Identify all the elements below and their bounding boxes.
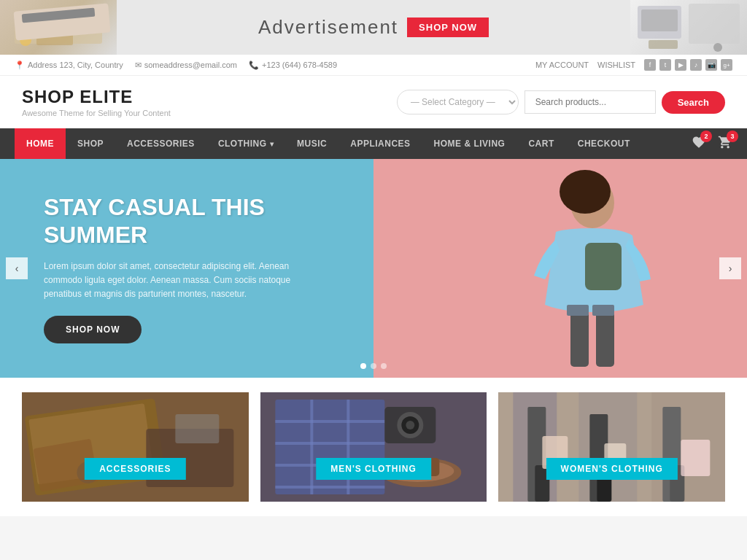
svg-rect-7 [689,4,740,44]
svg-rect-2 [22,23,66,26]
womens-bg [498,392,725,502]
accessories-label: ACCESSORIES [85,458,185,480]
nav-item-cart[interactable]: CART [516,128,565,159]
accessories-bg [22,392,249,502]
location-icon [15,61,25,70]
logo-title[interactable]: SHOP ELITE [22,87,171,107]
hero-slider: STAY CASUAL THIS SUMMER Lorem ipsum dolo… [0,159,747,378]
phone-text: +123 (644) 678-4589 [262,61,337,69]
nav-item-home-living[interactable]: HOME & LIVING [422,128,517,159]
nav-items: HOME SHOP ACCESSORIES CLOTHING ▾ MUSIC A… [15,128,642,159]
slider-dots [360,363,387,369]
twitter-icon[interactable]: t [659,59,671,71]
svg-point-3 [20,34,31,46]
nav-item-clothing[interactable]: CLOTHING ▾ [206,128,285,159]
address-item: Address 123, City, Country [15,61,123,70]
svg-rect-24 [275,400,384,494]
nav-item-checkout[interactable]: CHECKOUT [566,128,642,159]
cart-icon-wrap[interactable]: 3 [718,135,732,152]
ad-title: Advertisement [258,16,398,39]
hero-description: Lorem ipsum dolor sit amet, consectetur … [44,260,299,302]
slider-prev-button[interactable]: ‹ [6,257,28,279]
hero-shop-now-button[interactable]: SHOP NOW [44,316,142,343]
phone-icon [249,61,259,70]
nav-bar: HOME SHOP ACCESSORIES CLOTHING ▾ MUSIC A… [0,128,747,159]
ad-banner-content: Advertisement SHOP NOW [258,16,489,39]
gplus-icon[interactable]: g+ [721,59,732,71]
phone-item: +123 (644) 678-4589 [249,61,337,70]
nav-item-home[interactable]: HOME [15,128,66,159]
svg-rect-50 [681,440,711,476]
category-section: ACCESSORIES [0,378,747,516]
slider-dot-1[interactable] [360,363,366,369]
hero-title: STAY CASUAL THIS SUMMER [44,193,374,249]
mens-label: MEN'S CLOTHING [316,458,431,480]
ad-banner-right-image [630,0,747,55]
slider-next-button[interactable]: › [719,257,741,279]
svg-rect-1 [22,15,80,20]
my-account-link[interactable]: MY ACCOUNT [535,61,589,69]
category-card-womens[interactable]: WOMEN'S CLOTHING [498,392,725,502]
cart-badge: 3 [727,131,738,142]
mens-bg [260,392,487,502]
hero-content: STAY CASUAL THIS SUMMER Lorem ipsum dolo… [0,159,747,378]
slider-dot-2[interactable] [371,363,376,369]
nav-item-shop[interactable]: SHOP [66,128,115,159]
svg-rect-6 [641,9,678,31]
search-input[interactable] [525,90,656,114]
hero-text-area: STAY CASUAL THIS SUMMER Lorem ipsum dolo… [44,193,374,343]
top-bar: Address 123, City, Country someaddress@e… [0,55,747,76]
nav-item-accessories[interactable]: ACCESSORIES [115,128,206,159]
ad-banner-left-image [0,0,117,55]
header: SHOP ELITE Awesome Theme for Selling You… [0,76,747,128]
facebook-icon[interactable]: f [644,59,656,71]
nav-item-music[interactable]: MUSIC [285,128,338,159]
svg-rect-9 [649,40,678,49]
svg-rect-22 [175,414,219,443]
svg-point-8 [713,43,722,52]
svg-point-37 [406,421,414,429]
nav-icons: 2 3 [692,135,732,152]
search-button[interactable]: Search [662,91,725,114]
youtube-icon[interactable]: ▶ [675,59,686,71]
instagram-icon[interactable]: 📷 [705,59,717,71]
search-area: — Select Category — Search [397,90,725,114]
ad-banner: Advertisement SHOP NOW [0,0,747,55]
category-select[interactable]: — Select Category — [397,90,519,114]
svg-rect-4 [36,34,73,45]
email-item: someaddress@email.com [135,61,237,70]
nav-item-appliances[interactable]: APPLIANCES [338,128,422,159]
logo-subtitle: Awesome Theme for Selling Your Content [22,109,171,117]
email-text: someaddress@email.com [144,61,237,69]
ad-shop-now-button[interactable]: SHOP NOW [407,18,489,37]
music-icon[interactable]: ♪ [690,59,702,71]
mail-icon [135,61,142,70]
top-bar-right: MY ACCOUNT WISHLIST f t ▶ ♪ 📷 g+ [535,59,732,71]
category-card-accessories[interactable]: ACCESSORIES [22,392,249,502]
wishlist-link[interactable]: WISHLIST [597,61,635,69]
social-icons: f t ▶ ♪ 📷 g+ [644,59,732,71]
slider-dot-3[interactable] [381,363,387,369]
address-text: Address 123, City, Country [28,61,123,69]
wishlist-badge: 2 [700,131,712,142]
logo-area: SHOP ELITE Awesome Theme for Selling You… [22,87,171,117]
womens-label: WOMEN'S CLOTHING [546,458,678,480]
wishlist-icon-wrap[interactable]: 2 [692,135,706,152]
category-card-mens[interactable]: MEN'S CLOTHING [260,392,487,502]
top-bar-left: Address 123, City, Country someaddress@e… [15,61,337,70]
